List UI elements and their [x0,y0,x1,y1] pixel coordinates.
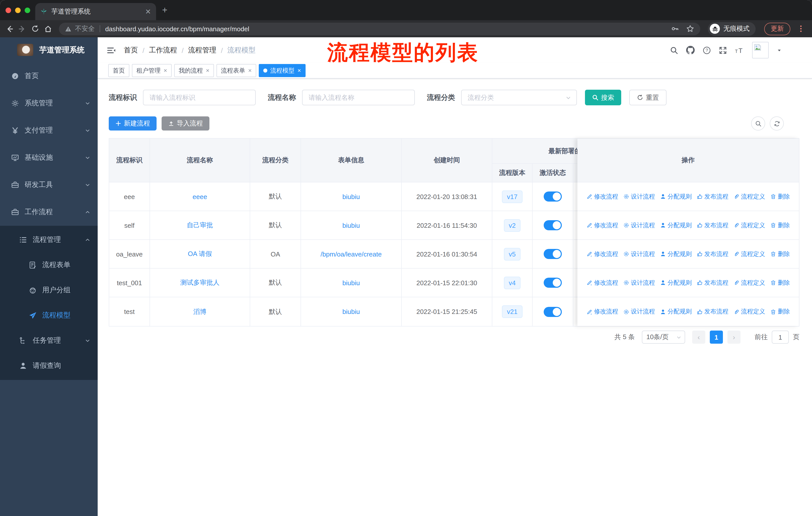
sidebar-item-9[interactable]: 流程模型 [0,303,98,328]
action-gearsm-link[interactable]: 设计流程 [623,278,655,287]
search-button[interactable]: 搜索 [585,90,621,105]
action-clip-link[interactable]: 流程定义 [733,278,765,287]
caret-down-icon[interactable] [777,48,782,53]
close-icon[interactable]: × [164,67,167,74]
action-thumb-link[interactable]: 发布流程 [697,278,728,287]
action-thumb-link[interactable]: 发布流程 [697,221,728,229]
not-secure-warning-icon[interactable] [65,25,71,32]
table-search-button[interactable] [751,116,765,131]
action-userfill-link[interactable]: 分配规则 [660,278,692,287]
action-edit-link[interactable]: 修改流程 [586,278,618,287]
model-name-link[interactable]: 测试多审批人 [180,278,220,287]
action-userfill-link[interactable]: 分配规则 [660,192,692,201]
font-size-icon[interactable]: TT [735,46,744,55]
action-trash-link[interactable]: 删除 [770,250,790,258]
tag-4[interactable]: 流程模型× [259,64,306,77]
action-edit-link[interactable]: 修改流程 [586,192,618,201]
form-info-link[interactable]: biubiu [342,308,360,316]
sidebar-item-2[interactable]: 支付管理 [0,117,98,144]
model-name-link[interactable]: OA 请假 [188,249,212,259]
action-clip-link[interactable]: 流程定义 [733,192,765,201]
form-info-link[interactable]: biubiu [342,279,360,287]
form-info-link[interactable]: /bpm/oa/leave/create [321,250,382,258]
close-window-button[interactable] [5,7,11,13]
bookmark-star-icon[interactable] [686,25,694,33]
category-select[interactable]: 流程分类 [461,90,577,105]
sidebar-item-4[interactable]: 研发工具 [0,171,98,198]
tag-0[interactable]: 首页 [108,64,129,77]
sidebar-item-7[interactable]: 流程表单 [0,252,98,278]
page-size-select[interactable]: 10条/页 [642,331,685,344]
current-page[interactable]: 1 [710,331,723,344]
action-clip-link[interactable]: 流程定义 [733,221,765,229]
close-tab-icon[interactable]: ✕ [145,7,151,16]
hamburger-icon[interactable] [107,46,116,55]
model-name-link[interactable]: eeee [193,193,207,200]
action-clip-link[interactable]: 流程定义 [733,250,765,258]
minimize-window-button[interactable] [15,7,21,13]
model-name-link[interactable]: 滔博 [193,307,206,316]
action-trash-link[interactable]: 删除 [770,221,790,229]
fullscreen-icon[interactable] [719,46,727,54]
active-toggle[interactable] [544,191,562,201]
breadcrumb-item-2[interactable]: 流程管理 [188,46,216,55]
sidebar-item-10[interactable]: 任务管理 [0,328,98,353]
table-refresh-button[interactable] [770,116,784,131]
close-icon[interactable]: × [248,67,252,74]
search-icon[interactable] [670,46,678,54]
maximize-window-button[interactable] [25,7,30,13]
breadcrumb-item-1[interactable]: 工作流程 [149,46,177,55]
action-trash-link[interactable]: 删除 [770,192,790,201]
tag-1[interactable]: 租户管理× [132,64,172,77]
close-icon[interactable]: × [206,67,209,74]
action-clip-link[interactable]: 流程定义 [733,307,765,316]
action-thumb-link[interactable]: 发布流程 [697,307,728,316]
form-info-link[interactable]: biubiu [342,193,360,200]
goto-page-input[interactable] [772,331,789,344]
sidebar-item-5[interactable]: 工作流程 [0,198,98,226]
action-userfill-link[interactable]: 分配规则 [660,221,692,229]
active-toggle[interactable] [544,278,562,288]
sidebar-item-1[interactable]: 系统管理 [0,90,98,117]
breadcrumb-item-0[interactable]: 首页 [124,46,138,55]
home-icon[interactable] [44,24,52,33]
action-trash-link[interactable]: 删除 [770,307,790,316]
import-model-button[interactable]: 导入流程 [162,116,209,131]
action-gearsm-link[interactable]: 设计流程 [623,250,655,258]
action-edit-link[interactable]: 修改流程 [586,250,618,258]
tag-2[interactable]: 我的流程× [174,64,214,77]
action-thumb-link[interactable]: 发布流程 [697,192,728,201]
form-info-link[interactable]: biubiu [342,221,360,229]
action-edit-link[interactable]: 修改流程 [586,221,618,229]
create-model-button[interactable]: 新建流程 [109,116,156,131]
next-page-button[interactable]: › [727,331,741,344]
sidebar-item-11[interactable]: 请假查询 [0,353,98,378]
tag-3[interactable]: 流程表单× [216,64,256,77]
active-toggle[interactable] [544,220,562,230]
address-bar[interactable]: 不安全 dashboard.yudao.iocoder.cn/bpm/manag… [59,22,700,35]
model-name-link[interactable]: 自己审批 [187,221,213,230]
active-toggle[interactable] [544,249,562,259]
action-gearsm-link[interactable]: 设计流程 [623,192,655,201]
action-userfill-link[interactable]: 分配规则 [660,307,692,316]
forward-icon[interactable] [18,24,27,33]
close-icon[interactable]: × [297,67,301,74]
app-logo[interactable]: 芋道管理系统 [0,37,98,62]
sidebar-item-6[interactable]: 流程管理 [0,227,98,252]
model-id-input[interactable] [143,90,256,105]
reload-icon[interactable] [31,25,39,33]
sidebar-item-3[interactable]: 基础设施 [0,144,98,171]
sidebar-item-8[interactable]: 用户分组 [0,278,98,303]
avatar[interactable] [752,42,769,58]
password-key-icon[interactable] [671,25,679,33]
reset-button[interactable]: 重置 [629,90,667,105]
sidebar-item-0[interactable]: 首页 [0,62,98,90]
browser-menu-icon[interactable] [797,25,805,33]
action-trash-link[interactable]: 删除 [770,278,790,287]
action-userfill-link[interactable]: 分配规则 [660,250,692,258]
github-icon[interactable] [686,46,695,54]
new-tab-button[interactable]: + [162,5,167,15]
action-gearsm-link[interactable]: 设计流程 [623,307,655,316]
help-icon[interactable]: ? [703,46,711,54]
url-text[interactable]: dashboard.yudao.iocoder.cn/bpm/manager/m… [105,25,671,32]
